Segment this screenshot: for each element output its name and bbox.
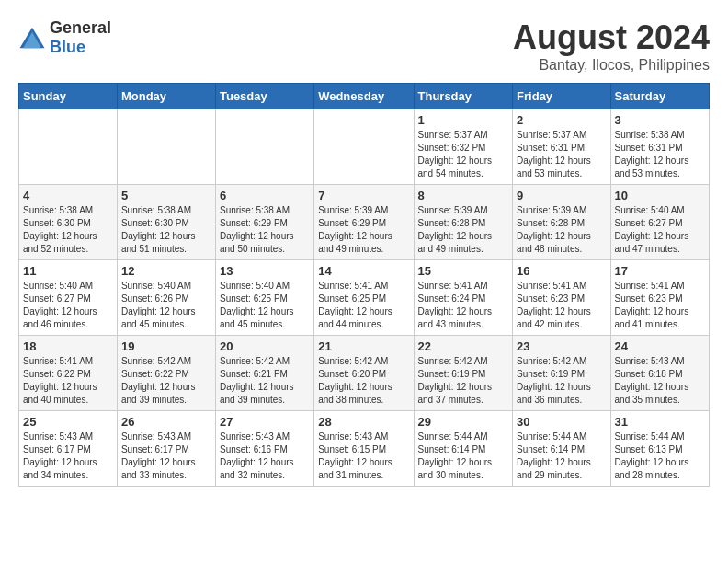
page-header: General Blue August 2024 Bantay, Ilocos,… bbox=[18, 18, 710, 74]
calendar-cell: 24Sunrise: 5:43 AMSunset: 6:18 PMDayligh… bbox=[610, 336, 709, 411]
day-info: Sunrise: 5:38 AMSunset: 6:29 PMDaylight:… bbox=[220, 204, 310, 256]
day-info: Sunrise: 5:42 AMSunset: 6:19 PMDaylight:… bbox=[517, 355, 606, 407]
calendar-cell: 6Sunrise: 5:38 AMSunset: 6:29 PMDaylight… bbox=[215, 185, 313, 260]
day-info: Sunrise: 5:39 AMSunset: 6:29 PMDaylight:… bbox=[318, 204, 409, 256]
week-row-5: 25Sunrise: 5:43 AMSunset: 6:17 PMDayligh… bbox=[19, 411, 710, 487]
day-number: 13 bbox=[220, 264, 310, 278]
day-info: Sunrise: 5:41 AMSunset: 6:22 PMDaylight:… bbox=[23, 355, 113, 407]
day-info: Sunrise: 5:42 AMSunset: 6:21 PMDaylight:… bbox=[220, 355, 310, 407]
day-header-thursday: Thursday bbox=[414, 84, 513, 109]
day-info: Sunrise: 5:40 AMSunset: 6:27 PMDaylight:… bbox=[23, 280, 113, 331]
day-number: 8 bbox=[418, 189, 509, 202]
day-header-friday: Friday bbox=[513, 84, 610, 109]
calendar-cell: 31Sunrise: 5:44 AMSunset: 6:13 PMDayligh… bbox=[610, 411, 709, 487]
day-number: 22 bbox=[418, 339, 509, 353]
calendar-cell: 22Sunrise: 5:42 AMSunset: 6:19 PMDayligh… bbox=[414, 336, 513, 411]
calendar-cell: 17Sunrise: 5:41 AMSunset: 6:23 PMDayligh… bbox=[610, 260, 709, 336]
calendar-cell: 3Sunrise: 5:38 AMSunset: 6:31 PMDaylight… bbox=[610, 109, 709, 185]
day-number: 21 bbox=[318, 339, 409, 353]
day-info: Sunrise: 5:38 AMSunset: 6:30 PMDaylight:… bbox=[121, 204, 211, 256]
day-number: 14 bbox=[318, 264, 409, 278]
calendar-cell: 8Sunrise: 5:39 AMSunset: 6:28 PMDaylight… bbox=[414, 185, 513, 260]
day-info: Sunrise: 5:39 AMSunset: 6:28 PMDaylight:… bbox=[418, 204, 509, 256]
calendar-cell: 13Sunrise: 5:40 AMSunset: 6:25 PMDayligh… bbox=[215, 260, 313, 336]
calendar-cell: 27Sunrise: 5:43 AMSunset: 6:16 PMDayligh… bbox=[215, 411, 313, 487]
logo: General Blue bbox=[18, 18, 111, 57]
title-block: August 2024 Bantay, Ilocos, Philippines bbox=[513, 18, 710, 74]
calendar-cell: 2Sunrise: 5:37 AMSunset: 6:31 PMDaylight… bbox=[513, 109, 610, 185]
day-info: Sunrise: 5:44 AMSunset: 6:14 PMDaylight:… bbox=[418, 431, 509, 482]
day-info: Sunrise: 5:41 AMSunset: 6:23 PMDaylight:… bbox=[615, 280, 705, 331]
day-header-tuesday: Tuesday bbox=[215, 84, 313, 109]
calendar-cell: 28Sunrise: 5:43 AMSunset: 6:15 PMDayligh… bbox=[314, 411, 414, 487]
calendar-cell bbox=[117, 109, 215, 185]
day-info: Sunrise: 5:37 AMSunset: 6:31 PMDaylight:… bbox=[517, 129, 606, 180]
day-number: 6 bbox=[220, 189, 310, 202]
day-number: 31 bbox=[615, 415, 705, 429]
day-info: Sunrise: 5:40 AMSunset: 6:26 PMDaylight:… bbox=[121, 280, 211, 331]
week-row-4: 18Sunrise: 5:41 AMSunset: 6:22 PMDayligh… bbox=[19, 336, 710, 411]
calendar-cell: 26Sunrise: 5:43 AMSunset: 6:17 PMDayligh… bbox=[117, 411, 215, 487]
logo-blue: Blue bbox=[50, 38, 85, 56]
location: Bantay, Ilocos, Philippines bbox=[513, 57, 710, 74]
day-number: 12 bbox=[121, 264, 211, 278]
calendar-cell: 19Sunrise: 5:42 AMSunset: 6:22 PMDayligh… bbox=[117, 336, 215, 411]
logo-general: General bbox=[50, 18, 111, 37]
week-row-3: 11Sunrise: 5:40 AMSunset: 6:27 PMDayligh… bbox=[19, 260, 710, 336]
day-number: 17 bbox=[615, 264, 705, 278]
calendar-cell: 23Sunrise: 5:42 AMSunset: 6:19 PMDayligh… bbox=[513, 336, 610, 411]
logo-icon bbox=[18, 24, 46, 52]
calendar-cell: 5Sunrise: 5:38 AMSunset: 6:30 PMDaylight… bbox=[117, 185, 215, 260]
calendar-cell bbox=[19, 109, 118, 185]
calendar-cell: 21Sunrise: 5:42 AMSunset: 6:20 PMDayligh… bbox=[314, 336, 414, 411]
day-number: 4 bbox=[23, 189, 113, 202]
calendar-cell: 18Sunrise: 5:41 AMSunset: 6:22 PMDayligh… bbox=[19, 336, 118, 411]
day-info: Sunrise: 5:44 AMSunset: 6:13 PMDaylight:… bbox=[615, 431, 705, 482]
day-info: Sunrise: 5:40 AMSunset: 6:25 PMDaylight:… bbox=[220, 280, 310, 331]
calendar-cell: 10Sunrise: 5:40 AMSunset: 6:27 PMDayligh… bbox=[610, 185, 709, 260]
day-number: 1 bbox=[418, 113, 509, 127]
calendar-table: SundayMondayTuesdayWednesdayThursdayFrid… bbox=[18, 83, 710, 487]
day-info: Sunrise: 5:43 AMSunset: 6:16 PMDaylight:… bbox=[220, 431, 310, 482]
week-row-2: 4Sunrise: 5:38 AMSunset: 6:30 PMDaylight… bbox=[19, 185, 710, 260]
calendar-header-row: SundayMondayTuesdayWednesdayThursdayFrid… bbox=[19, 84, 710, 109]
day-info: Sunrise: 5:43 AMSunset: 6:15 PMDaylight:… bbox=[318, 431, 409, 482]
day-info: Sunrise: 5:37 AMSunset: 6:32 PMDaylight:… bbox=[418, 129, 509, 180]
calendar-cell: 9Sunrise: 5:39 AMSunset: 6:28 PMDaylight… bbox=[513, 185, 610, 260]
day-number: 16 bbox=[517, 264, 606, 278]
day-info: Sunrise: 5:42 AMSunset: 6:19 PMDaylight:… bbox=[418, 355, 509, 407]
day-number: 25 bbox=[23, 415, 113, 429]
day-info: Sunrise: 5:38 AMSunset: 6:30 PMDaylight:… bbox=[23, 204, 113, 256]
day-number: 19 bbox=[121, 339, 211, 353]
week-row-1: 1Sunrise: 5:37 AMSunset: 6:32 PMDaylight… bbox=[19, 109, 710, 185]
day-number: 20 bbox=[220, 339, 310, 353]
day-header-saturday: Saturday bbox=[610, 84, 709, 109]
day-number: 18 bbox=[23, 339, 113, 353]
day-number: 2 bbox=[517, 113, 606, 127]
day-number: 23 bbox=[517, 339, 606, 353]
calendar-cell: 11Sunrise: 5:40 AMSunset: 6:27 PMDayligh… bbox=[19, 260, 118, 336]
month-year: August 2024 bbox=[513, 18, 710, 57]
day-number: 15 bbox=[418, 264, 509, 278]
day-info: Sunrise: 5:42 AMSunset: 6:22 PMDaylight:… bbox=[121, 355, 211, 407]
calendar-cell: 25Sunrise: 5:43 AMSunset: 6:17 PMDayligh… bbox=[19, 411, 118, 487]
calendar-cell: 29Sunrise: 5:44 AMSunset: 6:14 PMDayligh… bbox=[414, 411, 513, 487]
calendar-cell: 12Sunrise: 5:40 AMSunset: 6:26 PMDayligh… bbox=[117, 260, 215, 336]
day-info: Sunrise: 5:43 AMSunset: 6:18 PMDaylight:… bbox=[615, 355, 705, 407]
calendar-cell: 20Sunrise: 5:42 AMSunset: 6:21 PMDayligh… bbox=[215, 336, 313, 411]
day-number: 26 bbox=[121, 415, 211, 429]
calendar-cell: 14Sunrise: 5:41 AMSunset: 6:25 PMDayligh… bbox=[314, 260, 414, 336]
calendar-cell: 7Sunrise: 5:39 AMSunset: 6:29 PMDaylight… bbox=[314, 185, 414, 260]
day-info: Sunrise: 5:41 AMSunset: 6:24 PMDaylight:… bbox=[418, 280, 509, 331]
day-number: 30 bbox=[517, 415, 606, 429]
calendar-cell: 15Sunrise: 5:41 AMSunset: 6:24 PMDayligh… bbox=[414, 260, 513, 336]
day-number: 10 bbox=[615, 189, 705, 202]
day-number: 3 bbox=[615, 113, 705, 127]
calendar-cell: 4Sunrise: 5:38 AMSunset: 6:30 PMDaylight… bbox=[19, 185, 118, 260]
day-number: 7 bbox=[318, 189, 409, 202]
calendar-cell: 1Sunrise: 5:37 AMSunset: 6:32 PMDaylight… bbox=[414, 109, 513, 185]
calendar-cell: 16Sunrise: 5:41 AMSunset: 6:23 PMDayligh… bbox=[513, 260, 610, 336]
day-number: 28 bbox=[318, 415, 409, 429]
day-header-wednesday: Wednesday bbox=[314, 84, 414, 109]
day-number: 9 bbox=[517, 189, 606, 202]
